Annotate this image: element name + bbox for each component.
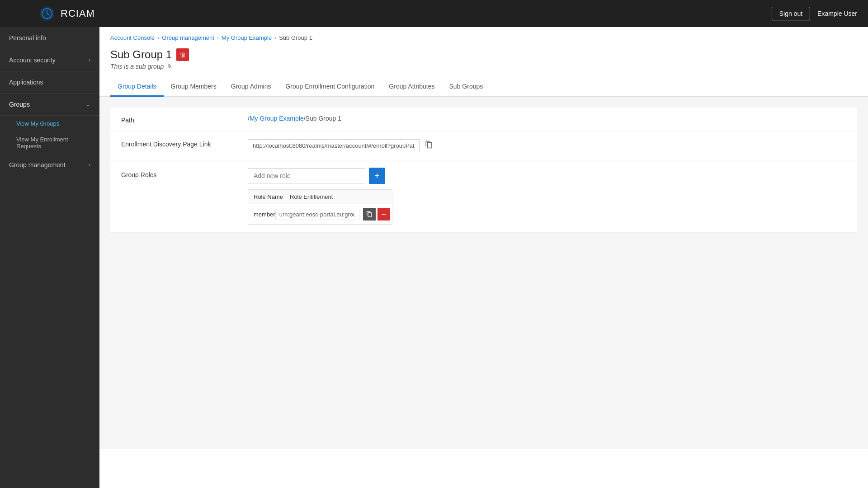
top-header: Demo RCIAM Sign out Example User — [0, 0, 868, 27]
rciam-logo-icon — [38, 5, 56, 23]
breadcrumb-my-group-example[interactable]: My Group Example — [222, 34, 272, 41]
breadcrumb-account-console[interactable]: Account Console — [110, 34, 155, 41]
page-title-area: Sub Group 1 🗑 This is a sub group ✎ — [99, 45, 868, 77]
breadcrumb-sep-1: › — [157, 35, 159, 41]
roles-table-header: Role Name Role Entitlement — [248, 190, 392, 204]
tab-group-members[interactable]: Group Members — [164, 77, 224, 97]
sidebar-item-group-management[interactable]: Group management › — [0, 154, 99, 176]
breadcrumb-sep-2: › — [217, 35, 219, 41]
copy-enrollment-link-button[interactable] — [423, 139, 435, 153]
col-header-role-name: Role Name — [254, 193, 290, 200]
breadcrumb: Account Console › Group management › My … — [99, 27, 868, 45]
tab-content-group-details: Path /My Group Example/Sub Group 1 Enrol… — [99, 97, 868, 449]
path-row: Path /My Group Example/Sub Group 1 — [110, 108, 857, 131]
page-subtitle: This is a sub group ✎ — [110, 63, 857, 70]
sidebar: Personal info Account security › Applica… — [0, 27, 99, 488]
tab-group-enrollment-configuration[interactable]: Group Enrollment Configuration — [278, 77, 382, 97]
sidebar-item-groups[interactable]: Groups ⌄ — [0, 94, 99, 116]
sidebar-item-label: Account security — [9, 56, 56, 64]
sidebar-sub-view-my-enrollment-requests[interactable]: View My Enrollment Requests — [0, 131, 99, 154]
roles-table: Role Name Role Entitlement member — [248, 189, 392, 225]
role-copy-button[interactable] — [363, 208, 376, 221]
group-roles-label: Group Roles — [121, 168, 248, 178]
path-label: Path — [121, 115, 248, 124]
enrollment-link-input[interactable] — [248, 139, 420, 152]
table-row: member − — [248, 204, 392, 225]
copy-role-icon — [366, 211, 373, 217]
enrollment-label: Enrollment Discovery Page Link — [121, 139, 248, 148]
sidebar-item-applications[interactable]: Applications — [0, 71, 99, 94]
sidebar-item-label: Groups — [9, 101, 30, 108]
breadcrumb-current: Sub Group 1 — [279, 34, 312, 41]
subtitle-text: This is a sub group — [110, 63, 164, 70]
sidebar-sub-label: View My Enrollment Requests — [16, 136, 68, 150]
path-suffix: /Sub Group 1 — [304, 115, 341, 122]
tab-group-admins[interactable]: Group Admins — [224, 77, 278, 97]
tab-group-details[interactable]: Group Details — [110, 77, 164, 97]
path-value: /My Group Example/Sub Group 1 — [248, 115, 846, 122]
tabs-row: Group Details Group Members Group Admins… — [99, 77, 868, 97]
sign-out-button[interactable]: Sign out — [772, 7, 810, 20]
group-roles-container: + Role Name Role Entitlement member — [248, 168, 846, 225]
sidebar-item-personal-info[interactable]: Personal info — [0, 27, 99, 49]
role-delete-button[interactable]: − — [377, 208, 390, 221]
role-name-cell: member — [254, 211, 275, 218]
role-action-buttons: − — [363, 208, 390, 221]
add-role-row: + — [248, 168, 846, 184]
path-link[interactable]: My Group Example — [250, 115, 304, 122]
logo-area: Demo RCIAM — [11, 5, 95, 23]
main-layout: Personal info Account security › Applica… — [0, 27, 868, 488]
add-role-button[interactable]: + — [369, 168, 385, 184]
sidebar-item-account-security[interactable]: Account security › — [0, 49, 99, 71]
sidebar-item-label: Applications — [9, 79, 43, 86]
delete-group-button[interactable]: 🗑 — [176, 48, 189, 61]
edit-subtitle-icon[interactable]: ✎ — [166, 63, 172, 70]
tab-sub-groups[interactable]: Sub Groups — [442, 77, 491, 97]
col-header-role-entitlement: Role Entitlement — [290, 193, 387, 200]
chevron-down-icon: ⌄ — [86, 101, 90, 108]
enrollment-value — [248, 139, 846, 153]
sidebar-sub-label: View My Groups — [16, 120, 59, 127]
add-new-role-input[interactable] — [248, 168, 365, 183]
chevron-right-icon-2: › — [89, 162, 90, 168]
logo-text: RCIAM — [61, 8, 95, 19]
sidebar-sub-view-my-groups[interactable]: View My Groups — [0, 116, 99, 131]
tab-group-attributes[interactable]: Group Attributes — [382, 77, 442, 97]
page-title-row: Sub Group 1 🗑 — [110, 48, 857, 61]
group-roles-row: Group Roles + Role Name Role Entitlement — [110, 160, 857, 233]
content-area: Account Console › Group management › My … — [99, 27, 868, 488]
breadcrumb-sep-3: › — [274, 35, 276, 41]
group-roles-value: + Role Name Role Entitlement member — [248, 168, 846, 225]
header-right: Sign out Example User — [772, 7, 857, 20]
breadcrumb-group-management[interactable]: Group management — [162, 34, 214, 41]
copy-icon — [425, 141, 433, 149]
page-title: Sub Group 1 — [110, 48, 172, 61]
chevron-right-icon: › — [89, 57, 90, 63]
user-name: Example User — [817, 10, 857, 17]
sidebar-item-label: Group management — [9, 161, 66, 169]
sidebar-item-label: Personal info — [9, 34, 46, 42]
enrollment-row: Enrollment Discovery Page Link — [110, 131, 857, 160]
enrollment-link-container — [248, 139, 846, 153]
role-entitlement-input[interactable] — [275, 209, 359, 220]
